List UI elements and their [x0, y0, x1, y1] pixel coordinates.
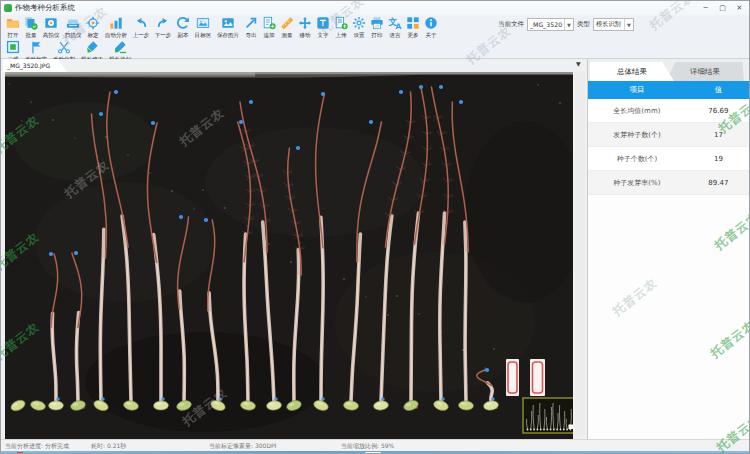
calibration-icon — [86, 16, 100, 30]
root-correct-icon — [85, 40, 99, 54]
toolbar-button-text[interactable]: 文字 — [314, 15, 332, 40]
type-value: 根长识别 — [594, 19, 624, 30]
result-item-label: 发芽种子数(个) — [588, 123, 686, 146]
toolbar-button-undo[interactable]: 上一步 — [130, 15, 152, 40]
print-icon — [370, 16, 384, 30]
type-label: 类型 — [577, 20, 590, 29]
toolbar-row-1: 打开批量高拍仪扫描仪标定自动分析上一步下一步副本目标区保存图片导出追加测量移动文… — [1, 15, 749, 39]
toolbar-button-label: 批量 — [25, 31, 36, 39]
toolbar: 打开批量高拍仪扫描仪标定自动分析上一步下一步副本目标区保存图片导出追加测量移动文… — [1, 15, 749, 59]
tab-detailed-results[interactable]: 详细结果 — [666, 62, 744, 81]
current-file-label: 当前文件 — [498, 20, 524, 29]
toolbar-button-label: 导出 — [245, 31, 256, 39]
toolbar-button-label: 下一步 — [155, 31, 172, 39]
result-row[interactable]: 全长均值(mm)76.69 — [588, 99, 750, 123]
toolbar-button-label: 目标区 — [195, 31, 212, 39]
toolbar-button-upload[interactable]: 上传 — [332, 15, 350, 40]
result-row[interactable]: 种子个数(个)19 — [588, 147, 750, 171]
toolbar-button-redo[interactable]: 下一步 — [152, 15, 174, 40]
current-file-combobox[interactable]: _MG_3520 ▼ — [527, 18, 574, 31]
export-icon — [244, 16, 258, 30]
tab-overall-results[interactable]: 总体结果 — [590, 62, 674, 81]
scroll-arrow-icon[interactable]: ▼ — [576, 60, 581, 67]
text-icon — [316, 16, 330, 30]
window-title: 作物考种分析系统 — [15, 3, 75, 13]
result-row[interactable]: 种子发芽率(%)89.47 — [588, 171, 750, 195]
type-combobox[interactable]: 根长识别 ▼ — [593, 18, 634, 31]
toolbar-button-about[interactable]: 关于 — [422, 15, 440, 40]
manual-split-icon — [57, 40, 71, 54]
seedling-photo[interactable] — [5, 72, 573, 439]
toolbar-button-print[interactable]: 打印 — [368, 15, 386, 40]
toolbar-button-label: 保存图片 — [217, 31, 239, 39]
toolbar-button-scanner[interactable]: 扫描仪 — [62, 15, 84, 40]
toolbar-button-measure[interactable]: 测量 — [278, 15, 296, 40]
image-file-tab[interactable]: _MG_3520.JPG — [3, 59, 67, 72]
toolbar-button-label: 语言 — [389, 31, 400, 39]
scanner-icon — [66, 16, 80, 30]
save-image-icon — [221, 16, 235, 30]
toolbar-button-open-folder[interactable]: 打开 — [4, 15, 22, 40]
upload-icon — [334, 16, 348, 30]
result-item-value: 76.69 — [686, 99, 750, 122]
results-tabs: 总体结果 详细结果 — [588, 59, 750, 81]
minimize-button[interactable]: ─ — [697, 1, 714, 15]
toolbar-button-doc-camera[interactable]: 高拍仪 — [40, 15, 62, 40]
auto-analyze-icon — [109, 16, 123, 30]
language-icon: 文A — [388, 16, 402, 30]
target-region-icon — [196, 16, 210, 30]
results-panel: 总体结果 详细结果 项目 值 全长均值(mm)76.69发芽种子数(个)17种子… — [587, 59, 750, 439]
toolbar-button-move[interactable]: 移动 — [296, 15, 314, 40]
close-button[interactable]: ✕ — [731, 1, 748, 15]
current-file-value: _MG_3520 — [528, 19, 564, 30]
toolbar-button-language[interactable]: 文A语言 — [386, 15, 404, 40]
open-folder-icon — [6, 16, 20, 30]
app-window: 作物考种分析系统 ─ ▢ ✕ 打开批量高拍仪扫描仪标定自动分析上一步下一步副本目… — [0, 0, 750, 454]
toolbar-button-calibration[interactable]: 标定 — [84, 15, 102, 40]
toolbar-button-label: 移动 — [299, 31, 310, 39]
toolbar-row-2: 二维手动标定手动分割根长修正根长涂划 — [1, 39, 749, 58]
toolbar-button-auto-analyze[interactable]: 自动分析 — [102, 15, 130, 40]
toolbar-button-label: 自动分析 — [105, 31, 127, 39]
specimen-image[interactable] — [5, 72, 573, 439]
results-table-body: 全长均值(mm)76.69发芽种子数(个)17种子个数(个)19种子发芽率(%)… — [588, 99, 750, 195]
toolbar-button-label: 标定 — [87, 31, 98, 39]
root-draw-icon — [113, 40, 127, 54]
result-item-label: 种子个数(个) — [588, 147, 686, 170]
maximize-button[interactable]: ▢ — [714, 1, 731, 15]
toolbar-button-label: 扫描仪 — [65, 31, 82, 39]
toolbar-button-label: 设置 — [353, 31, 364, 39]
title-bar: 作物考种分析系统 — [1, 1, 749, 15]
toolbar-button-label: 上一步 — [133, 31, 150, 39]
file-controls: 当前文件 _MG_3520 ▼ 类型 根长识别 ▼ — [498, 18, 634, 31]
toolbar-button-more[interactable]: 更多 — [404, 15, 422, 40]
settings-icon — [352, 16, 366, 30]
window-controls: ─ ▢ ✕ — [697, 1, 748, 15]
toolbar-button-append[interactable]: 追加 — [260, 15, 278, 40]
column-header-value: 值 — [686, 81, 750, 99]
toolbar-button-export[interactable]: 导出 — [242, 15, 260, 40]
result-row[interactable]: 发芽种子数(个)17 — [588, 123, 750, 147]
svg-text:A: A — [395, 22, 401, 30]
toolbar-button-label: 上传 — [335, 31, 346, 39]
result-item-label: 全长均值(mm) — [588, 99, 686, 122]
minimap[interactable] — [523, 398, 573, 433]
undo-icon — [134, 16, 148, 30]
doc-camera-icon — [44, 16, 58, 30]
toolbar-button-save-image[interactable]: 保存图片 — [214, 15, 242, 40]
toolbar-button-label: 更多 — [407, 31, 418, 39]
result-item-value: 17 — [686, 123, 750, 146]
toolbar-button-batch[interactable]: 批量 — [22, 15, 40, 40]
toolbar-button-settings[interactable]: 设置 — [350, 15, 368, 40]
toolbar-button-duplicate[interactable]: 副本 — [174, 15, 192, 40]
move-icon — [298, 16, 312, 30]
chevron-down-icon[interactable]: ▼ — [564, 19, 573, 30]
viewer-scrollbar[interactable] — [575, 71, 585, 437]
toolbar-button-label: 文字 — [317, 31, 328, 39]
result-item-label: 种子发芽率(%) — [588, 171, 686, 194]
measure-icon — [280, 16, 294, 30]
duplicate-icon — [176, 16, 190, 30]
toolbar-button-label: 打开 — [7, 31, 18, 39]
toolbar-button-target-region[interactable]: 目标区 — [192, 15, 214, 40]
chevron-down-icon[interactable]: ▼ — [624, 19, 633, 30]
